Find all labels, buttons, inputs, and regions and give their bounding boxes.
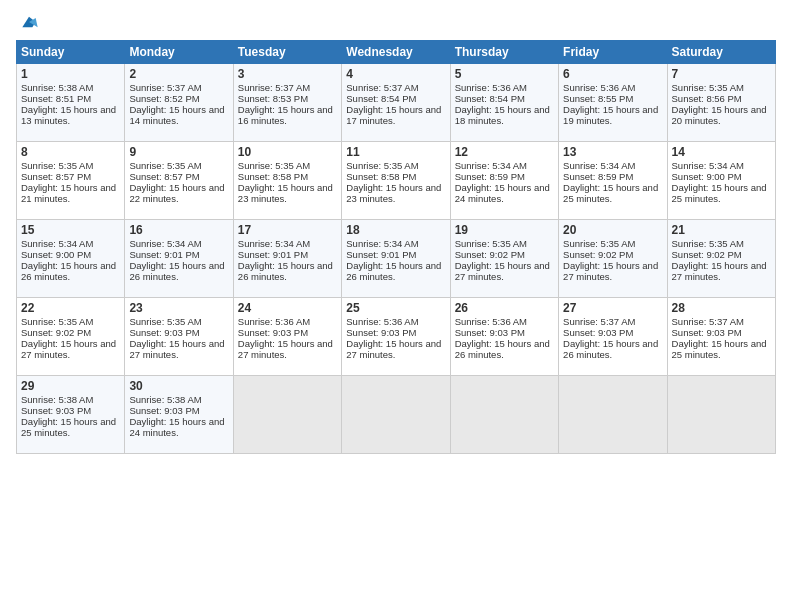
sunrise-label: Sunrise: 5:34 AM <box>563 160 635 171</box>
calendar-cell: 18Sunrise: 5:34 AMSunset: 9:01 PMDayligh… <box>342 220 450 298</box>
calendar-cell: 3Sunrise: 5:37 AMSunset: 8:53 PMDaylight… <box>233 64 341 142</box>
calendar-body: 1Sunrise: 5:38 AMSunset: 8:51 PMDaylight… <box>17 64 776 454</box>
day-number: 14 <box>672 145 771 159</box>
daylight-label: Daylight: 15 hours and 19 minutes. <box>563 104 658 126</box>
sunrise-label: Sunrise: 5:34 AM <box>455 160 527 171</box>
sunset-label: Sunset: 9:01 PM <box>238 249 308 260</box>
calendar-cell <box>233 376 341 454</box>
sunset-label: Sunset: 9:01 PM <box>346 249 416 260</box>
header-day-tuesday: Tuesday <box>233 41 341 64</box>
sunset-label: Sunset: 9:01 PM <box>129 249 199 260</box>
sunrise-label: Sunrise: 5:35 AM <box>672 82 744 93</box>
daylight-label: Daylight: 15 hours and 24 minutes. <box>129 416 224 438</box>
sunrise-label: Sunrise: 5:36 AM <box>346 316 418 327</box>
calendar-week-1: 1Sunrise: 5:38 AMSunset: 8:51 PMDaylight… <box>17 64 776 142</box>
calendar-week-2: 8Sunrise: 5:35 AMSunset: 8:57 PMDaylight… <box>17 142 776 220</box>
day-number: 21 <box>672 223 771 237</box>
day-number: 17 <box>238 223 337 237</box>
day-number: 9 <box>129 145 228 159</box>
calendar-cell: 27Sunrise: 5:37 AMSunset: 9:03 PMDayligh… <box>559 298 667 376</box>
daylight-label: Daylight: 15 hours and 25 minutes. <box>672 182 767 204</box>
sunset-label: Sunset: 9:03 PM <box>672 327 742 338</box>
daylight-label: Daylight: 15 hours and 22 minutes. <box>129 182 224 204</box>
sunset-label: Sunset: 8:58 PM <box>346 171 416 182</box>
daylight-label: Daylight: 15 hours and 27 minutes. <box>455 260 550 282</box>
day-number: 15 <box>21 223 120 237</box>
daylight-label: Daylight: 15 hours and 25 minutes. <box>672 338 767 360</box>
sunset-label: Sunset: 8:55 PM <box>563 93 633 104</box>
day-number: 29 <box>21 379 120 393</box>
sunrise-label: Sunrise: 5:36 AM <box>455 316 527 327</box>
sunset-label: Sunset: 9:02 PM <box>455 249 525 260</box>
calendar-cell: 5Sunrise: 5:36 AMSunset: 8:54 PMDaylight… <box>450 64 558 142</box>
day-number: 27 <box>563 301 662 315</box>
calendar-cell: 12Sunrise: 5:34 AMSunset: 8:59 PMDayligh… <box>450 142 558 220</box>
calendar-cell: 17Sunrise: 5:34 AMSunset: 9:01 PMDayligh… <box>233 220 341 298</box>
sunset-label: Sunset: 9:03 PM <box>129 405 199 416</box>
day-number: 7 <box>672 67 771 81</box>
day-number: 13 <box>563 145 662 159</box>
sunset-label: Sunset: 8:59 PM <box>563 171 633 182</box>
daylight-label: Daylight: 15 hours and 27 minutes. <box>21 338 116 360</box>
sunrise-label: Sunrise: 5:35 AM <box>238 160 310 171</box>
sunrise-label: Sunrise: 5:35 AM <box>563 238 635 249</box>
day-number: 16 <box>129 223 228 237</box>
sunset-label: Sunset: 8:57 PM <box>129 171 199 182</box>
calendar-cell: 30Sunrise: 5:38 AMSunset: 9:03 PMDayligh… <box>125 376 233 454</box>
sunset-label: Sunset: 9:03 PM <box>563 327 633 338</box>
logo <box>16 12 39 32</box>
day-number: 30 <box>129 379 228 393</box>
sunset-label: Sunset: 9:03 PM <box>346 327 416 338</box>
calendar-cell <box>342 376 450 454</box>
calendar-cell: 19Sunrise: 5:35 AMSunset: 9:02 PMDayligh… <box>450 220 558 298</box>
sunrise-label: Sunrise: 5:35 AM <box>672 238 744 249</box>
sunset-label: Sunset: 8:54 PM <box>455 93 525 104</box>
day-number: 11 <box>346 145 445 159</box>
daylight-label: Daylight: 15 hours and 16 minutes. <box>238 104 333 126</box>
sunrise-label: Sunrise: 5:35 AM <box>455 238 527 249</box>
daylight-label: Daylight: 15 hours and 23 minutes. <box>238 182 333 204</box>
calendar-cell: 15Sunrise: 5:34 AMSunset: 9:00 PMDayligh… <box>17 220 125 298</box>
logo-icon <box>19 12 39 32</box>
day-number: 4 <box>346 67 445 81</box>
daylight-label: Daylight: 15 hours and 27 minutes. <box>129 338 224 360</box>
daylight-label: Daylight: 15 hours and 24 minutes. <box>455 182 550 204</box>
day-number: 6 <box>563 67 662 81</box>
daylight-label: Daylight: 15 hours and 17 minutes. <box>346 104 441 126</box>
calendar-cell <box>450 376 558 454</box>
page: SundayMondayTuesdayWednesdayThursdayFrid… <box>0 0 792 612</box>
sunrise-label: Sunrise: 5:37 AM <box>129 82 201 93</box>
sunset-label: Sunset: 8:53 PM <box>238 93 308 104</box>
calendar-cell: 20Sunrise: 5:35 AMSunset: 9:02 PMDayligh… <box>559 220 667 298</box>
calendar-cell: 4Sunrise: 5:37 AMSunset: 8:54 PMDaylight… <box>342 64 450 142</box>
sunrise-label: Sunrise: 5:38 AM <box>129 394 201 405</box>
sunset-label: Sunset: 9:03 PM <box>21 405 91 416</box>
calendar-cell: 11Sunrise: 5:35 AMSunset: 8:58 PMDayligh… <box>342 142 450 220</box>
daylight-label: Daylight: 15 hours and 23 minutes. <box>346 182 441 204</box>
calendar-cell <box>559 376 667 454</box>
sunset-label: Sunset: 9:03 PM <box>455 327 525 338</box>
calendar-table: SundayMondayTuesdayWednesdayThursdayFrid… <box>16 40 776 454</box>
header-day-sunday: Sunday <box>17 41 125 64</box>
daylight-label: Daylight: 15 hours and 26 minutes. <box>563 338 658 360</box>
day-number: 20 <box>563 223 662 237</box>
header-day-friday: Friday <box>559 41 667 64</box>
daylight-label: Daylight: 15 hours and 26 minutes. <box>21 260 116 282</box>
sunrise-label: Sunrise: 5:37 AM <box>238 82 310 93</box>
sunrise-label: Sunrise: 5:35 AM <box>21 316 93 327</box>
sunrise-label: Sunrise: 5:36 AM <box>455 82 527 93</box>
sunrise-label: Sunrise: 5:34 AM <box>346 238 418 249</box>
calendar-cell: 29Sunrise: 5:38 AMSunset: 9:03 PMDayligh… <box>17 376 125 454</box>
sunrise-label: Sunrise: 5:36 AM <box>563 82 635 93</box>
day-number: 23 <box>129 301 228 315</box>
sunrise-label: Sunrise: 5:34 AM <box>21 238 93 249</box>
day-number: 3 <box>238 67 337 81</box>
sunrise-label: Sunrise: 5:38 AM <box>21 82 93 93</box>
calendar-cell: 6Sunrise: 5:36 AMSunset: 8:55 PMDaylight… <box>559 64 667 142</box>
daylight-label: Daylight: 15 hours and 26 minutes. <box>238 260 333 282</box>
sunrise-label: Sunrise: 5:34 AM <box>238 238 310 249</box>
header-row: SundayMondayTuesdayWednesdayThursdayFrid… <box>17 41 776 64</box>
sunrise-label: Sunrise: 5:35 AM <box>129 316 201 327</box>
calendar-cell: 26Sunrise: 5:36 AMSunset: 9:03 PMDayligh… <box>450 298 558 376</box>
calendar-cell: 2Sunrise: 5:37 AMSunset: 8:52 PMDaylight… <box>125 64 233 142</box>
